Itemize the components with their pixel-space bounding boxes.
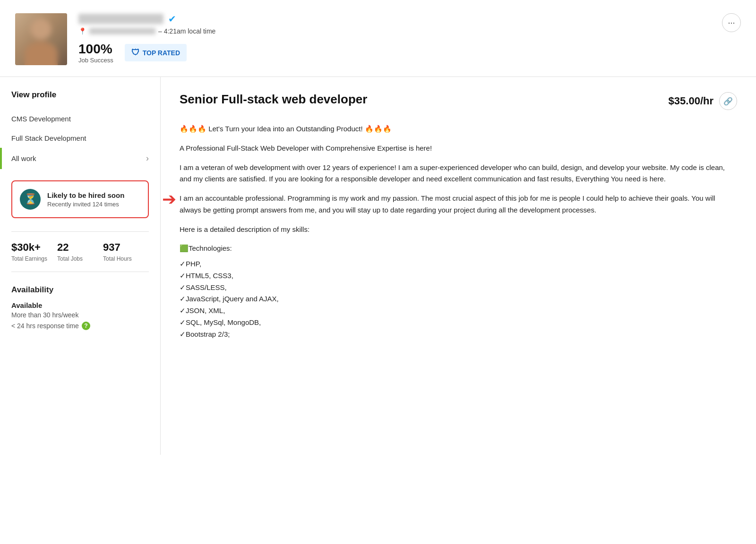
cms-label: CMS Development xyxy=(11,115,71,123)
hired-soon-subtitle: Recently invited 124 times xyxy=(47,201,140,208)
sidebar-item-fullstack[interactable]: Full Stack Development xyxy=(11,128,149,148)
sidebar-item-cms[interactable]: CMS Development xyxy=(11,109,149,128)
profile-header: ✔ 📍 – 4:21am local time 100% Job Success… xyxy=(0,0,756,77)
help-icon[interactable]: ? xyxy=(82,322,90,330)
skill-json: ✓JSON, XML, xyxy=(180,305,737,317)
skills-list: ✓PHP, ✓HTML5, CSS3, ✓SASS/LESS, ✓JavaScr… xyxy=(180,258,737,340)
skill-html: ✓HTML5, CSS3, xyxy=(180,270,737,282)
jobs-label: Total Jobs xyxy=(57,255,103,262)
sidebar-nav: CMS Development Full Stack Development A… xyxy=(11,109,149,169)
stat-jobs: 22 Total Jobs xyxy=(57,241,103,262)
hours-label: Total Hours xyxy=(103,255,149,262)
location-row: 📍 – 4:21am local time xyxy=(78,27,741,35)
freelancer-name xyxy=(78,14,163,24)
stat-earnings: $30k+ Total Earnings xyxy=(11,241,57,262)
earnings-value: $30k+ xyxy=(11,241,57,254)
link-icon: 🔗 xyxy=(723,97,733,106)
verified-icon: ✔ xyxy=(168,13,176,25)
availability-response: < 24 hrs response time ? xyxy=(11,322,149,330)
content-area: Senior Full-stack web developer $35.00/h… xyxy=(161,77,756,455)
fullstack-label: Full Stack Development xyxy=(11,134,86,142)
content-header: Senior Full-stack web developer $35.00/h… xyxy=(180,92,737,110)
jobs-value: 22 xyxy=(57,241,103,254)
shield-icon: 🛡 xyxy=(131,48,140,58)
header-info: ✔ 📍 – 4:21am local time 100% Job Success… xyxy=(78,13,741,64)
sidebar: View profile CMS Development Full Stack … xyxy=(0,77,161,455)
skill-sql: ✓SQL, MySql, MongoDB, xyxy=(180,317,737,329)
rate-row: $35.00/hr 🔗 xyxy=(669,92,737,110)
hours-value: 937 xyxy=(103,241,149,254)
allwork-label: All work xyxy=(11,154,36,162)
sidebar-title: View profile xyxy=(11,90,149,100)
bio-para-4: Here is a detailed description of my ski… xyxy=(180,224,737,236)
hourly-rate: $35.00/hr xyxy=(669,95,713,107)
bio-tagline: 🔥🔥🔥 Let's Turn your Idea into an Outstan… xyxy=(180,123,737,135)
name-row: ✔ xyxy=(78,13,741,25)
location-blurred xyxy=(89,28,155,34)
skills-title: 🟩Technologies: xyxy=(180,243,737,255)
bio-para-3: I am an accountable professional. Progra… xyxy=(180,193,737,216)
bio-section: 🔥🔥🔥 Let's Turn your Idea into an Outstan… xyxy=(180,123,737,340)
main-layout: View profile CMS Development Full Stack … xyxy=(0,77,756,455)
link-button[interactable]: 🔗 xyxy=(719,92,737,110)
hired-soon-title: Likely to be hired soon xyxy=(47,191,140,199)
hourglass-icon: ⏳ xyxy=(20,189,41,210)
active-indicator xyxy=(0,148,2,169)
skill-sass: ✓SASS/LESS, xyxy=(180,282,737,294)
chevron-right-icon: › xyxy=(146,153,149,163)
avatar xyxy=(15,13,67,65)
stats-grid: $30k+ Total Earnings 22 Total Jobs 937 T… xyxy=(11,231,149,272)
skill-js: ✓JavaScript, jQuery and AJAX, xyxy=(180,293,737,305)
availability-title: Availability xyxy=(11,285,149,295)
job-success-pct: 100% xyxy=(78,42,113,57)
job-success: 100% Job Success xyxy=(78,42,113,64)
earnings-label: Total Earnings xyxy=(11,255,57,262)
job-title: Senior Full-stack web developer xyxy=(180,92,367,107)
hired-text: Likely to be hired soon Recently invited… xyxy=(47,191,140,208)
arrow-right-icon: ➔ xyxy=(162,189,176,209)
job-success-label: Job Success xyxy=(78,57,113,64)
top-rated-label: TOP RATED xyxy=(143,49,180,57)
bio-para-1: A Professional Full-Stack Web Developer … xyxy=(180,143,737,154)
location-pin-icon: 📍 xyxy=(78,27,86,35)
top-rated-badge: 🛡 TOP RATED xyxy=(125,44,187,61)
response-time-text: < 24 hrs response time xyxy=(11,322,79,330)
stats-row: 100% Job Success 🛡 TOP RATED xyxy=(78,42,741,64)
stat-hours: 937 Total Hours xyxy=(103,241,149,262)
availability-hours: More than 30 hrs/week xyxy=(11,311,149,319)
bio-para-2: I am a veteran of web development with o… xyxy=(180,162,737,186)
availability-status: Available xyxy=(11,301,149,309)
ellipsis-icon: ··· xyxy=(728,18,735,28)
availability-section: Availability Available More than 30 hrs/… xyxy=(11,285,149,330)
local-time: – 4:21am local time xyxy=(158,27,215,35)
skill-php: ✓PHP, xyxy=(180,258,737,270)
sidebar-item-allwork[interactable]: All work › xyxy=(11,148,149,169)
more-options-button[interactable]: ··· xyxy=(722,13,741,32)
hired-soon-box: ⏳ Likely to be hired soon Recently invit… xyxy=(11,180,149,218)
skill-bootstrap: ✓Bootstrap 2/3; xyxy=(180,329,737,340)
